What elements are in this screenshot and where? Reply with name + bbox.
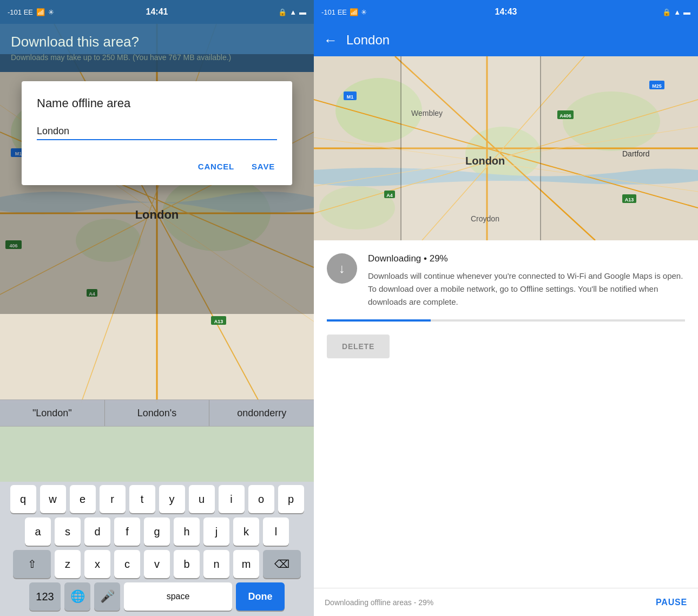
signal-text-right: -101 EE (321, 8, 347, 16)
status-icons-left: 🔒 ▲ ▬ (278, 8, 306, 16)
delete-btn-container: DELETE (314, 332, 698, 371)
key-w[interactable]: w (40, 485, 66, 513)
autocomplete-item-1[interactable]: London's (105, 400, 210, 426)
key-numbers[interactable]: 123 (29, 582, 61, 611)
wifi-icon-left: 📶 (36, 8, 45, 16)
status-bar-left: -101 EE 📶 ✳ 14:41 🔒 ▲ ▬ (0, 0, 314, 24)
key-b[interactable]: b (174, 550, 200, 578)
key-u[interactable]: u (189, 485, 215, 513)
svg-text:Dartford: Dartford (622, 149, 650, 158)
location-icon-left: ▲ (289, 8, 297, 16)
dialog-box: Name offline area CANCEL SAVE (22, 81, 292, 185)
key-t[interactable]: t (129, 485, 155, 513)
svg-text:A13: A13 (214, 319, 223, 324)
time-right: 14:43 (495, 7, 517, 17)
signal-text-left: -101 EE (8, 8, 33, 16)
svg-text:A13: A13 (625, 197, 634, 202)
key-c[interactable]: c (114, 550, 140, 578)
svg-text:M25: M25 (652, 83, 662, 89)
progress-bar-container (327, 319, 685, 322)
key-shift[interactable]: ⇧ (13, 550, 51, 578)
key-f[interactable]: f (114, 517, 140, 546)
loading-icon-left: ✳ (48, 8, 54, 16)
key-mic[interactable]: 🎤 (94, 582, 120, 611)
content-area-right: ↓ Downloading • 29% Downloads will conti… (314, 240, 698, 588)
key-m[interactable]: m (233, 550, 259, 578)
key-x[interactable]: x (84, 550, 110, 578)
key-j[interactable]: j (203, 517, 229, 546)
key-delete[interactable]: ⌫ (263, 550, 301, 578)
keyboard-row-2: a s d f g h j k l (0, 514, 314, 547)
download-title: Download this area? (11, 34, 303, 50)
save-button[interactable]: SAVE (249, 158, 277, 175)
wifi-icon-right: 📶 (350, 8, 358, 16)
downloading-status-text: Downloading offline areas - 29% (325, 598, 433, 607)
back-button[interactable]: ← (324, 32, 338, 49)
lock-icon-right: 🔒 (662, 8, 671, 16)
dialog-overlay: Name offline area CANCEL SAVE (0, 54, 314, 314)
svg-point-22 (563, 91, 660, 151)
key-r[interactable]: r (100, 485, 126, 513)
cancel-button[interactable]: CANCEL (196, 158, 236, 175)
header-title-right: London (346, 32, 390, 48)
key-p[interactable]: p (278, 485, 304, 513)
app-header-right: ← London (314, 24, 698, 56)
keyboard: q w e r t y u i o p a s d f g h j k l ⇧ … (0, 482, 314, 616)
key-n[interactable]: n (203, 550, 229, 578)
download-info: Downloading • 29% Downloads will continu… (368, 253, 685, 309)
delete-button[interactable]: DELETE (327, 335, 390, 358)
autocomplete-item-0[interactable]: "London" (0, 400, 105, 426)
key-y[interactable]: y (159, 485, 185, 513)
left-panel: -101 EE 📶 ✳ 14:41 🔒 ▲ ▬ Download this ar… (0, 0, 314, 616)
status-icons-right: 🔒 ▲ ▬ (662, 8, 690, 16)
svg-text:M1: M1 (347, 94, 354, 100)
key-d[interactable]: d (84, 517, 110, 546)
key-g[interactable]: g (144, 517, 170, 546)
svg-text:A406: A406 (559, 113, 571, 119)
progress-bar-fill (327, 319, 431, 322)
keyboard-bottom-row: 123 🌐 🎤 space Done (0, 579, 314, 616)
loading-icon-right: ✳ (361, 8, 367, 16)
key-o[interactable]: o (248, 485, 274, 513)
dialog-title: Name offline area (37, 96, 277, 110)
autocomplete-item-2[interactable]: ondonderry (209, 400, 314, 426)
download-status-title: Downloading • 29% (368, 253, 685, 264)
key-space[interactable]: space (124, 582, 232, 611)
key-i[interactable]: i (219, 485, 245, 513)
key-v[interactable]: v (144, 550, 170, 578)
svg-text:A4: A4 (386, 193, 393, 198)
location-icon-right: ▲ (674, 8, 681, 16)
key-z[interactable]: z (55, 550, 81, 578)
keyboard-row-3: ⇧ z x c v b n m ⌫ (0, 547, 314, 579)
key-e[interactable]: e (70, 485, 96, 513)
signal-info-right: -101 EE 📶 ✳ (321, 8, 367, 16)
key-done[interactable]: Done (236, 582, 285, 611)
bottom-bar-right: Downloading offline areas - 29% PAUSE (314, 588, 698, 616)
download-arrow-icon: ↓ (339, 261, 345, 276)
area-name-input[interactable] (37, 123, 277, 139)
autocomplete-bar: "London" London's ondonderry (0, 399, 314, 427)
lock-icon-left: 🔒 (278, 8, 287, 16)
download-description: Downloads will continue whenever you're … (368, 270, 685, 309)
key-k[interactable]: k (233, 517, 259, 546)
signal-info-left: -101 EE 📶 ✳ (8, 8, 54, 16)
pause-button[interactable]: PAUSE (656, 598, 687, 607)
right-panel: -101 EE 📶 ✳ 14:43 🔒 ▲ ▬ ← London (314, 0, 698, 616)
keyboard-row-1: q w e r t y u i o p (0, 482, 314, 514)
map-highlight-box (400, 56, 541, 240)
map-area-right: M1 M25 A406 A13 A4 Wembley London Croydo… (314, 56, 698, 240)
download-status-section: ↓ Downloading • 29% Downloads will conti… (314, 240, 698, 319)
key-a[interactable]: a (25, 517, 51, 546)
key-h[interactable]: h (174, 517, 200, 546)
time-left: 14:41 (146, 7, 168, 17)
dialog-buttons: CANCEL SAVE (37, 158, 277, 175)
battery-icon-right: ▬ (683, 8, 690, 16)
status-bar-right: -101 EE 📶 ✳ 14:43 🔒 ▲ ▬ (314, 0, 698, 24)
download-icon-circle: ↓ (327, 253, 357, 284)
key-s[interactable]: s (55, 517, 81, 546)
key-globe[interactable]: 🌐 (64, 582, 90, 611)
dialog-input-container (37, 123, 277, 140)
key-l[interactable]: l (263, 517, 289, 546)
key-q[interactable]: q (10, 485, 36, 513)
battery-icon-left: ▬ (299, 8, 306, 16)
